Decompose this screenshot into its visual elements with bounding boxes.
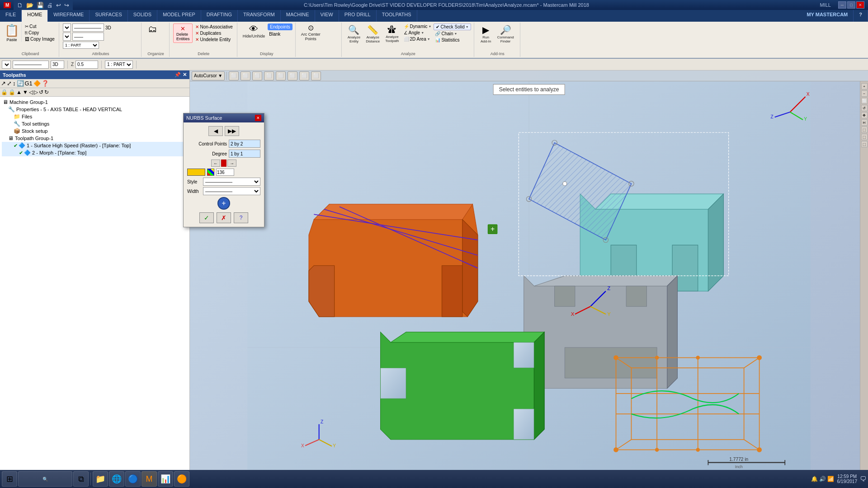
vp-btn-5[interactable]: ⬜: [276, 71, 286, 80]
layer-select[interactable]: [63, 33, 71, 41]
tab-home[interactable]: HOME: [22, 10, 48, 22]
delete-entities-btn[interactable]: ✕ DeleteEntities: [173, 23, 193, 43]
app-btn-6[interactable]: 🟠: [174, 471, 189, 487]
rp-rot[interactable]: ↺: [861, 105, 868, 111]
nurbs-play-btn[interactable]: ▶▶: [225, 126, 239, 136]
tab-drafting[interactable]: DRAFTING: [201, 10, 238, 22]
nurbs-help-btn[interactable]: ?: [234, 212, 248, 223]
analyze-toolpath-btn[interactable]: 🛣 AnalyzeToolpath: [383, 23, 401, 44]
tree-tool-5[interactable]: G1: [25, 80, 33, 87]
rp-pan[interactable]: ✥: [861, 112, 868, 118]
task-view-btn[interactable]: ⧉: [73, 471, 89, 487]
nurbs-ok-btn[interactable]: ✓: [199, 212, 214, 223]
arc-center-btn[interactable]: ⊙ Arc CenterPoints: [299, 23, 322, 42]
tab-transform[interactable]: TRANSFORM: [238, 10, 281, 22]
dynamic-btn[interactable]: ⚡ Dynamic ▼: [402, 23, 433, 29]
rp-zoom-in[interactable]: +: [861, 83, 868, 89]
chain-btn[interactable]: 🔗 Chain ▼: [434, 31, 471, 37]
rp-view3[interactable]: ⬚: [861, 134, 868, 140]
browser-btn-2[interactable]: 🔵: [125, 471, 141, 487]
tree-tool-2[interactable]: ⤢: [7, 80, 12, 87]
arrow-mid-btn[interactable]: [221, 160, 226, 167]
minimize-btn[interactable]: ─: [838, 1, 846, 9]
tree-tool-4[interactable]: 🔄: [17, 80, 24, 87]
nurbs-prev-btn[interactable]: ◀: [208, 126, 223, 136]
rp-zoom-out[interactable]: −: [861, 90, 868, 97]
list-item[interactable]: ✔ 🔷 1 - Surface High Speed (Raster) - [T…: [2, 142, 188, 149]
start-btn[interactable]: ⊞: [2, 471, 17, 487]
copy-btn[interactable]: ⎘ Copy: [24, 30, 56, 36]
width-select[interactable]: ——————: [203, 187, 260, 195]
tab-help[interactable]: ?: [854, 10, 868, 22]
analyze-distance-btn[interactable]: 📏 AnalyzeDistance: [363, 23, 382, 44]
z-input[interactable]: [75, 61, 98, 69]
tree-regen-1[interactable]: ↺: [39, 89, 43, 95]
cortana-btn[interactable]: 🔍: [18, 471, 72, 487]
color-swatch-2[interactable]: [207, 169, 214, 176]
list-item[interactable]: 📦 Stock setup: [2, 127, 188, 135]
close-btn[interactable]: ✕: [856, 1, 864, 9]
color-swatch-1[interactable]: [187, 169, 205, 176]
tab-surfaces[interactable]: SURFACES: [90, 10, 127, 22]
tree-tool-7[interactable]: ❓: [42, 80, 49, 87]
qa-new[interactable]: 🗋: [16, 1, 24, 9]
linetype-toolbar[interactable]: [13, 61, 49, 69]
tab-view[interactable]: VIEW: [315, 10, 339, 22]
tab-solids[interactable]: SOLIDS: [128, 10, 157, 22]
command-finder-btn[interactable]: 🔎 CommandFinder: [495, 23, 516, 44]
tree-lock-2[interactable]: 🔒: [9, 89, 15, 95]
autocursor-btn[interactable]: AutoCursor ▼: [192, 71, 225, 80]
qa-print[interactable]: 🖨: [46, 1, 54, 9]
viewport[interactable]: AutoCursor ▼ ⬜ ⬜ ⬜ ⬜ ⬜ ⬜ ⬜ ⬜ Select enti…: [190, 70, 868, 488]
vp-btn-2[interactable]: ⬜: [241, 71, 250, 80]
vp-btn-4[interactable]: ⬜: [264, 71, 274, 80]
tab-toolpaths[interactable]: TOOLPATHS: [377, 10, 417, 22]
tree-lock-1[interactable]: 🔒: [1, 89, 8, 95]
vp-btn-1[interactable]: ⬜: [229, 71, 239, 80]
2d-area-btn[interactable]: ⬜ 2D Area ▼: [402, 36, 433, 42]
run-addin-btn[interactable]: ▶ RunAdd-In: [478, 23, 494, 44]
color-number-input[interactable]: [216, 169, 234, 176]
vp-btn-3[interactable]: ⬜: [252, 71, 262, 80]
rp-view1[interactable]: H: [861, 119, 868, 126]
arrow-left-btn[interactable]: ←: [211, 160, 220, 167]
control-points-input[interactable]: 2 by 2: [229, 140, 260, 148]
tree-arrow-2[interactable]: ▼: [23, 89, 28, 95]
cut-btn[interactable]: ✂ Cut: [24, 23, 56, 29]
vp-btn-7[interactable]: ⬜: [299, 71, 309, 80]
list-item[interactable]: 🔧 Tool settings: [2, 120, 188, 127]
tree-tool-3[interactable]: ↕: [13, 80, 16, 87]
statistics-btn[interactable]: 📊 Statistics: [434, 37, 471, 43]
tab-my-mastercam[interactable]: MY MASTERCAM: [801, 10, 854, 22]
list-item[interactable]: 📁 Files: [2, 113, 188, 120]
tab-model-prep[interactable]: MODEL PREP: [157, 10, 201, 22]
tree-arrow-4[interactable]: ▷: [34, 89, 38, 95]
nurbs-cancel-btn[interactable]: ✗: [217, 212, 231, 223]
rp-view4[interactable]: ⬚: [861, 141, 868, 147]
panel-pin-btn[interactable]: 📌: [175, 72, 181, 78]
tab-file[interactable]: FILE: [0, 10, 22, 22]
tab-machine[interactable]: MACHINE: [281, 10, 315, 22]
qa-redo[interactable]: ↪: [63, 1, 70, 9]
tree-tool-6[interactable]: 🔶: [33, 80, 41, 87]
list-item[interactable]: ✔ 🔷 2 - Morph - [Tplane: Top]: [2, 149, 188, 156]
hide-unhide-btn[interactable]: 👁 Hide/Unhide: [241, 23, 267, 39]
notification-icon[interactable]: 🗨: [860, 475, 866, 483]
part-select[interactable]: 1 : PART: [105, 61, 133, 69]
rp-fit[interactable]: ⬜: [861, 98, 868, 104]
analyze-entity-btn[interactable]: 🔍 AnalyzeEntity: [345, 23, 363, 44]
qa-undo[interactable]: ↩: [55, 1, 62, 9]
tree-arrow-3[interactable]: ◁: [29, 89, 33, 95]
check-solid-btn[interactable]: ✔ Check Solid ▼: [434, 23, 471, 30]
qa-open[interactable]: 📂: [25, 1, 34, 9]
degree-input[interactable]: 1 by 1: [229, 150, 260, 158]
copy-image-btn[interactable]: 🖼 Copy Image: [24, 36, 56, 42]
layer-color-select[interactable]: [63, 23, 71, 32]
tree-arrow-1[interactable]: ▲: [16, 89, 22, 95]
nurbs-plus-btn[interactable]: +: [217, 197, 230, 210]
rp-view2[interactable]: ⬚: [861, 127, 868, 133]
level-select[interactable]: 1 : PART: [63, 42, 99, 49]
qa-save[interactable]: 💾: [36, 1, 45, 9]
arrow-right-btn[interactable]: →: [227, 160, 236, 167]
linewidth-input[interactable]: [72, 33, 104, 41]
